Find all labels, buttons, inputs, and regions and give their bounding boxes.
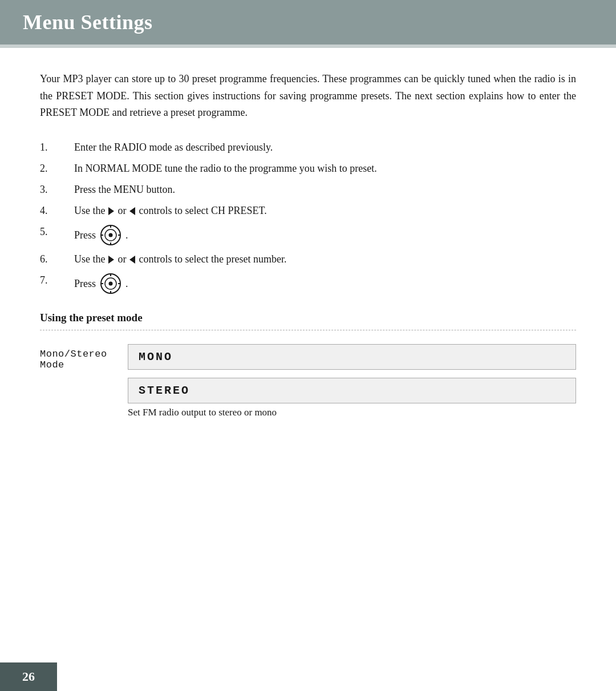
step-content: Enter the RADIO mode as described previo… bbox=[74, 140, 576, 155]
page-number: 26 bbox=[22, 669, 35, 684]
step-number: 2. bbox=[40, 161, 74, 176]
arrow-right-icon bbox=[108, 256, 114, 264]
stereo-option: STEREO bbox=[128, 378, 576, 403]
arrow-left-icon bbox=[129, 207, 135, 215]
mono-option: MONO bbox=[128, 344, 576, 370]
step-number: 4. bbox=[40, 203, 74, 219]
list-item: 1. Enter the RADIO mode as described pre… bbox=[40, 140, 576, 155]
step-number: 6. bbox=[40, 252, 74, 267]
main-content: Your MP3 player can store up to 30 prese… bbox=[0, 48, 616, 441]
instructions-list: 1. Enter the RADIO mode as described pre… bbox=[40, 140, 576, 294]
list-item: 3. Press the MENU button. bbox=[40, 182, 576, 197]
svg-point-9 bbox=[109, 282, 113, 286]
mode-label: Mono/StereoMode bbox=[40, 344, 114, 370]
svg-point-2 bbox=[109, 233, 113, 237]
step-number: 1. bbox=[40, 140, 74, 155]
header-bar: Menu Settings bbox=[0, 0, 616, 45]
list-item: 5. Press bbox=[40, 224, 576, 246]
list-item: 7. Press . bbox=[40, 273, 576, 294]
step-content: Use the or controls to select the preset… bbox=[74, 252, 576, 267]
page-title: Menu Settings bbox=[23, 10, 593, 34]
arrow-right-icon bbox=[108, 207, 114, 215]
mode-table: Mono/StereoMode MONO STEREO bbox=[40, 344, 576, 403]
step-content: Press the MENU button. bbox=[74, 182, 576, 197]
step-content: Use the or controls to select CH PRESET. bbox=[74, 203, 576, 219]
list-item: 6. Use the or controls to select the pre… bbox=[40, 252, 576, 267]
list-item: 2. In NORMAL MODE tune the radio to the … bbox=[40, 161, 576, 176]
step-number: 3. bbox=[40, 182, 74, 197]
intro-paragraph: Your MP3 player can store up to 30 prese… bbox=[40, 71, 576, 122]
mode-options: MONO STEREO bbox=[128, 344, 576, 403]
arrow-left-icon bbox=[129, 256, 135, 264]
ok-button-icon bbox=[100, 273, 121, 294]
step-content: Press . bbox=[74, 273, 576, 294]
step-content: Press bbox=[74, 224, 576, 246]
mode-description: Set FM radio output to stereo or mono bbox=[128, 407, 576, 418]
step-number: 7. bbox=[40, 273, 74, 288]
ok-button-icon bbox=[100, 224, 121, 246]
section-divider bbox=[40, 330, 576, 330]
list-item: 4. Use the or controls to select CH PRES… bbox=[40, 203, 576, 219]
section-heading: Using the preset mode bbox=[40, 312, 576, 324]
footer: 26 bbox=[0, 662, 57, 691]
step-content: In NORMAL MODE tune the radio to the pro… bbox=[74, 161, 576, 176]
step-number: 5. bbox=[40, 224, 74, 240]
